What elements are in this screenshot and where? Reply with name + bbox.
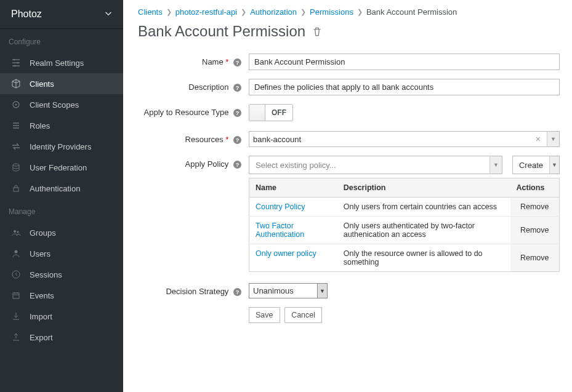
save-button[interactable]: Save [249, 307, 280, 323]
sidebar-item-label: Import [30, 312, 52, 321]
resources-select[interactable]: bank-account × ▼ [249, 131, 560, 147]
dropdown-icon[interactable]: ▼ [489, 156, 502, 174]
policy-description: Only the resource owner is allowed to do… [337, 244, 510, 272]
sidebar-item-label: Sessions [30, 270, 62, 279]
apply-resource-type-toggle[interactable]: OFF [249, 104, 293, 121]
form-row-decision-strategy: Decision Strategy ? Unanimous ▼ [138, 283, 560, 298]
dropdown-icon[interactable]: ▼ [547, 132, 559, 146]
sidebar-item-users[interactable]: Users [0, 243, 123, 264]
label-text: Decision Strategy [166, 287, 228, 296]
help-icon[interactable]: ? [233, 161, 241, 169]
delete-button[interactable] [312, 26, 323, 37]
realm-selector[interactable]: Photoz [0, 0, 123, 29]
svg-point-7 [14, 230, 16, 233]
sidebar-item-sessions[interactable]: Sessions [0, 264, 123, 285]
sidebar-item-authentication[interactable]: Authentication [0, 178, 123, 199]
export-icon [11, 332, 21, 342]
form-row-apply-resource-type: Apply to Resource Type ? OFF [138, 104, 560, 122]
sidebar-item-user-federation[interactable]: User Federation [0, 157, 123, 178]
policy-description: Only users from certain countries can ac… [337, 198, 510, 217]
sidebar-item-label: User Federation [30, 163, 87, 172]
sidebar-item-label: Identity Providers [30, 142, 91, 151]
sidebar-item-export[interactable]: Export [0, 327, 123, 348]
breadcrumb-clients[interactable]: Clients [138, 7, 163, 17]
svg-point-5 [13, 164, 19, 166]
policy-select[interactable]: Select existing policy... ▼ [249, 156, 502, 174]
toggle-handle [249, 105, 265, 121]
chevron-right-icon: ❯ [166, 8, 172, 16]
description-input[interactable] [249, 79, 560, 95]
remove-button[interactable]: Remove [520, 226, 549, 234]
sidebar-item-label: Realm Settings [30, 58, 84, 68]
sidebar-item-label: Users [30, 249, 50, 258]
policy-link[interactable]: Two Factor Authentication [256, 222, 304, 239]
label-decision-strategy: Decision Strategy ? [138, 283, 249, 296]
cancel-button[interactable]: Cancel [284, 307, 322, 323]
page-title: Bank Account Permission [138, 23, 305, 40]
remove-button[interactable]: Remove [520, 254, 549, 262]
policy-description: Only users authenticated by two-factor a… [337, 217, 510, 244]
group-icon [11, 228, 21, 238]
help-icon[interactable]: ? [233, 109, 241, 117]
clear-icon[interactable]: × [533, 134, 543, 144]
table-row: Country Policy Only users from certain c… [249, 198, 560, 217]
sidebar-item-import[interactable]: Import [0, 306, 123, 327]
form-row-apply-policy: Apply Policy ? Select existing policy...… [138, 156, 560, 274]
name-input[interactable] [249, 54, 560, 70]
form-row-resources: Resources * ? bank-account × ▼ [138, 131, 560, 147]
policy-table: Name Description Actions Country Policy … [249, 178, 560, 272]
section-configure-label: Configure [0, 29, 123, 52]
realm-name: Photoz [11, 9, 42, 20]
label-apply-policy: Apply Policy ? [138, 156, 249, 169]
sidebar-item-clients[interactable]: Clients [0, 73, 123, 94]
breadcrumb-client[interactable]: photoz-restful-api [175, 7, 237, 17]
help-icon[interactable]: ? [233, 288, 241, 296]
sidebar-item-roles[interactable]: Roles [0, 115, 123, 136]
list-icon [11, 121, 21, 130]
cube-icon [11, 79, 21, 89]
resources-value: bank-account [253, 135, 301, 144]
required-icon: * [225, 57, 228, 66]
create-policy-select[interactable]: Create ▼ [512, 156, 560, 174]
policy-link[interactable]: Only owner policy [256, 249, 316, 258]
label-text: Name [202, 57, 224, 66]
sidebar-item-client-scopes[interactable]: Client Scopes [0, 94, 123, 115]
label-apply-resource-type: Apply to Resource Type ? [138, 104, 249, 117]
sidebar-item-realm-settings[interactable]: Realm Settings [0, 52, 123, 73]
sidebar-item-identity-providers[interactable]: Identity Providers [0, 136, 123, 157]
form-row-buttons: Save Cancel [138, 307, 560, 323]
col-name: Name [249, 178, 337, 198]
breadcrumb-permissions[interactable]: Permissions [310, 7, 353, 17]
import-icon [11, 311, 21, 321]
label-text: Resources [185, 135, 224, 144]
decision-strategy-select[interactable]: Unanimous ▼ [249, 283, 328, 298]
help-icon[interactable]: ? [233, 84, 241, 92]
sidebar-item-label: Client Scopes [30, 100, 79, 110]
help-icon[interactable]: ? [233, 58, 241, 66]
create-label: Create [513, 156, 549, 174]
sidebar-item-label: Roles [30, 121, 50, 130]
dropdown-icon[interactable]: ▼ [549, 156, 559, 174]
calendar-icon [11, 290, 21, 300]
label-text: Apply to Resource Type [144, 108, 229, 117]
table-row: Only owner policy Only the resource owne… [249, 244, 560, 272]
label-text: Description [188, 82, 228, 92]
lock-icon [11, 183, 21, 193]
section-manage-label: Manage [0, 199, 123, 222]
svg-rect-6 [14, 188, 18, 191]
sidebar-item-label: Export [30, 333, 53, 342]
svg-point-2 [14, 65, 16, 67]
table-row: Two Factor Authentication Only users aut… [249, 217, 560, 244]
sidebar-item-groups[interactable]: Groups [0, 222, 123, 243]
remove-button[interactable]: Remove [520, 202, 549, 211]
sidebar-item-events[interactable]: Events [0, 285, 123, 306]
policy-link[interactable]: Country Policy [256, 202, 305, 211]
help-icon[interactable]: ? [233, 136, 241, 144]
chevron-right-icon: ❯ [300, 8, 306, 16]
sidebar-item-label: Events [30, 291, 54, 300]
user-icon [11, 249, 21, 258]
label-description: Description ? [138, 79, 249, 92]
breadcrumb-authorization[interactable]: Authorization [250, 7, 297, 17]
chevron-right-icon: ❯ [241, 8, 246, 16]
dropdown-icon: ▼ [317, 284, 327, 298]
